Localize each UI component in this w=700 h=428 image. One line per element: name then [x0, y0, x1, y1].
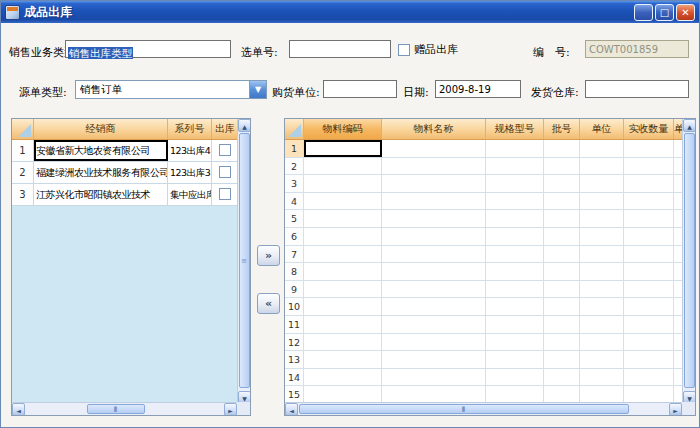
grid-cell[interactable] [544, 369, 580, 386]
column-header-dealer[interactable]: 经销商 [34, 119, 168, 139]
select-order-input[interactable] [289, 40, 391, 58]
grid-cell[interactable] [486, 210, 544, 227]
scroll-up-icon[interactable]: ▲ [683, 119, 696, 132]
left-hscroll-thumb[interactable]: ▮ [87, 404, 145, 414]
warehouse-input[interactable] [585, 80, 689, 98]
outbound-cell[interactable] [212, 140, 239, 161]
date-input[interactable] [435, 80, 521, 98]
serial-cell[interactable]: 123出库3 [168, 162, 212, 183]
grid-cell[interactable] [580, 334, 624, 351]
grid-cell[interactable] [624, 228, 674, 245]
grid-cell[interactable] [304, 386, 382, 403]
right-vscroll-thumb[interactable] [684, 133, 695, 388]
grid-cell[interactable] [580, 281, 624, 298]
left-grid-vscrollbar[interactable]: ▲ ≡ ▼ [237, 119, 250, 404]
grid-cell[interactable] [624, 175, 674, 192]
grid-cell[interactable] [624, 298, 674, 315]
grid-cell[interactable] [544, 351, 580, 368]
grid-cell[interactable] [382, 281, 486, 298]
outbound-checkbox[interactable] [219, 166, 231, 178]
grid-cell[interactable] [304, 281, 382, 298]
dealer-cell[interactable]: 福建绿洲农业技术服务有限公司 [34, 162, 168, 183]
grid-cell[interactable] [580, 316, 624, 333]
grid-cell[interactable] [544, 298, 580, 315]
grid-cell[interactable] [486, 175, 544, 192]
grid-cell[interactable] [382, 246, 486, 263]
grid-cell[interactable] [580, 228, 624, 245]
grid-cell[interactable] [624, 158, 674, 175]
grid-cell[interactable] [382, 334, 486, 351]
column-header-outbound[interactable]: 出库 [212, 119, 239, 139]
grid-cell[interactable] [304, 316, 382, 333]
grid-cell[interactable] [304, 298, 382, 315]
grid-cell[interactable] [304, 193, 382, 210]
grid-cell[interactable] [486, 158, 544, 175]
combo-dropdown-icon[interactable]: ▼ [249, 81, 266, 98]
row-number-cell[interactable]: 13 [285, 351, 304, 368]
grid-cell[interactable] [304, 246, 382, 263]
column-header[interactable]: 实收数量 [624, 119, 674, 139]
grid-cell[interactable] [382, 316, 486, 333]
column-header[interactable]: 物料编码 [304, 119, 382, 139]
grid-cell[interactable] [304, 140, 382, 157]
row-number-cell[interactable]: 1 [12, 140, 34, 161]
grid-cell[interactable] [382, 228, 486, 245]
grid-cell[interactable] [544, 386, 580, 403]
scroll-right-icon[interactable]: ► [224, 403, 237, 416]
grid-cell[interactable] [580, 263, 624, 280]
column-header[interactable]: 规格型号 [486, 119, 544, 139]
grid-cell[interactable] [624, 193, 674, 210]
grid-cell[interactable] [580, 193, 624, 210]
grid-cell[interactable] [580, 351, 624, 368]
grid-cell[interactable] [382, 210, 486, 227]
outbound-checkbox[interactable] [219, 188, 231, 200]
outbound-cell[interactable] [212, 184, 239, 205]
grid-cell[interactable] [544, 246, 580, 263]
grid-cell[interactable] [624, 334, 674, 351]
gift-outbound-option[interactable]: 赠品出库 [398, 42, 458, 57]
grid-cell[interactable] [624, 263, 674, 280]
grid-cell[interactable] [304, 334, 382, 351]
grid-cell[interactable] [486, 263, 544, 280]
dealer-cell[interactable]: 安徽省新大地农资有限公司 [34, 140, 168, 161]
grid-cell[interactable] [544, 140, 580, 157]
grid-cell[interactable] [486, 246, 544, 263]
select-all-corner[interactable] [12, 119, 34, 139]
column-header-serial[interactable]: 系列号 [168, 119, 212, 139]
grid-cell[interactable] [486, 369, 544, 386]
grid-cell[interactable] [544, 210, 580, 227]
row-number-cell[interactable]: 1 [285, 140, 304, 157]
grid-cell[interactable] [544, 228, 580, 245]
grid-cell[interactable] [624, 210, 674, 227]
scroll-left-icon[interactable]: ◄ [285, 403, 298, 416]
grid-cell[interactable] [382, 175, 486, 192]
grid-cell[interactable] [486, 386, 544, 403]
column-header[interactable]: 批号 [544, 119, 580, 139]
maximize-button[interactable]: □ [655, 4, 674, 21]
grid-cell[interactable] [580, 210, 624, 227]
serial-cell[interactable]: 集中应出库1 [168, 184, 212, 205]
grid-cell[interactable] [382, 193, 486, 210]
row-number-cell[interactable]: 4 [285, 193, 304, 210]
grid-cell[interactable] [580, 298, 624, 315]
move-left-button[interactable]: « [257, 293, 280, 314]
grid-cell[interactable] [486, 334, 544, 351]
grid-cell[interactable] [544, 175, 580, 192]
row-number-cell[interactable]: 11 [285, 316, 304, 333]
source-type-combobox[interactable]: 销售订单 ▼ [75, 80, 267, 99]
column-header[interactable]: 单位 [580, 119, 624, 139]
serial-cell[interactable]: 123出库4 [168, 140, 212, 161]
purchaser-input[interactable] [323, 80, 397, 98]
title-bar[interactable]: 成品出库 _ □ ✕ [1, 1, 699, 23]
close-button[interactable]: ✕ [676, 4, 695, 21]
grid-cell[interactable] [486, 316, 544, 333]
select-all-corner[interactable] [285, 119, 304, 139]
left-vscroll-thumb[interactable]: ≡ [239, 133, 250, 388]
grid-cell[interactable] [624, 140, 674, 157]
grid-cell[interactable] [580, 140, 624, 157]
grid-cell[interactable] [304, 175, 382, 192]
row-number-cell[interactable]: 5 [285, 210, 304, 227]
grid-cell[interactable] [486, 281, 544, 298]
row-number-cell[interactable]: 7 [285, 246, 304, 263]
grid-cell[interactable] [382, 263, 486, 280]
